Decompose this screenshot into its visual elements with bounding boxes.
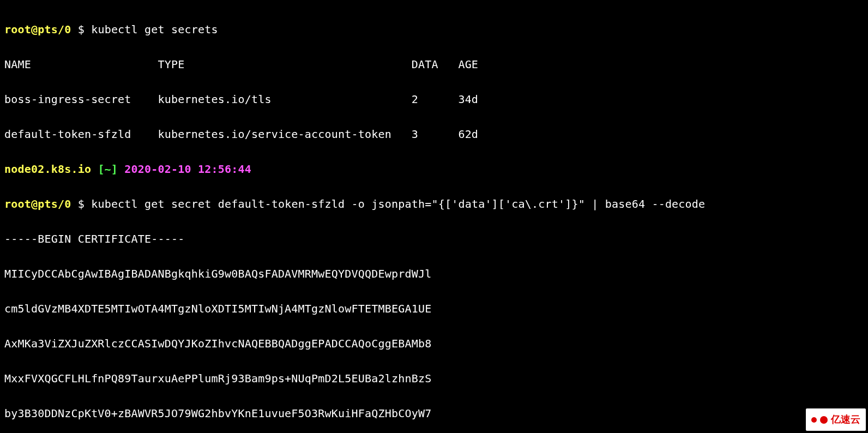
table-row: default-token-sfzld kubernetes.io/servic… <box>4 125 864 143</box>
cert-line: MxxFVXQGCFLHLfnPQ89TaurxuAePPlumRj93Bam9… <box>4 370 864 387</box>
cert-line: cm5ldGVzMB4XDTE5MTIwOTA4MTgzNloXDTI5MTIw… <box>4 300 864 317</box>
cert-line: MIICyDCCAbCgAwIBAgIBADANBgkqhkiG9w0BAQsF… <box>4 265 864 282</box>
table-row: boss-ingress-secret kubernetes.io/tls 2 … <box>4 91 864 108</box>
cert-line: AxMKa3ViZXJuZXRlczCCASIwDQYJKoZIhvcNAQEB… <box>4 335 864 352</box>
prompt-user-host: root@pts/0 <box>4 197 71 211</box>
status-host: node02.k8s.io <box>4 163 91 176</box>
watermark-logo: 亿速云 <box>806 408 866 431</box>
terminal[interactable]: root@pts/0 $ kubectl get secrets NAME TY… <box>0 0 868 433</box>
status-time: 2020-02-10 12:56:44 <box>124 163 251 176</box>
cert-line: -----BEGIN CERTIFICATE----- <box>4 230 864 248</box>
table-header: NAME TYPE DATA AGE <box>4 56 864 73</box>
watermark-text: 亿速云 <box>831 412 860 428</box>
logo-dot-icon <box>811 417 817 423</box>
prompt-line-2: root@pts/0 $ kubectl get secret default-… <box>4 195 864 213</box>
command-1: kubectl get secrets <box>91 23 218 36</box>
status-line: node02.k8s.io [~] 2020-02-10 12:56:44 <box>4 160 864 178</box>
prompt-dollar: $ <box>71 197 91 211</box>
command-2: kubectl get secret default-token-sfzld -… <box>91 197 705 211</box>
logo-dot-icon <box>820 416 828 424</box>
prompt-dollar: $ <box>71 23 91 36</box>
status-cwd: [~] <box>91 163 124 176</box>
prompt-user-host: root@pts/0 <box>4 23 71 36</box>
cert-line: by3B30DDNzCpKtV0+zBAWVR5JO79WG2hbvYKnE1u… <box>4 405 864 422</box>
prompt-line-1: root@pts/0 $ kubectl get secrets <box>4 21 864 38</box>
